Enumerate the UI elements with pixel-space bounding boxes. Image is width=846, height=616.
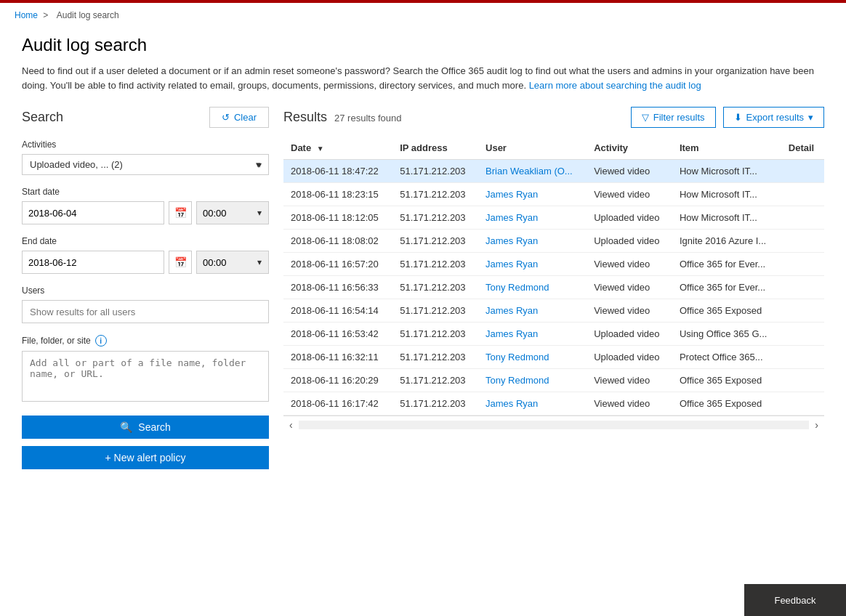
results-tbody: 2018-06-11 18:47:22 51.171.212.203 Brian… xyxy=(283,160,824,416)
scroll-right-button[interactable]: › xyxy=(809,416,824,434)
new-alert-policy-button[interactable]: + New alert policy xyxy=(22,446,269,469)
user-link[interactable]: James Ryan xyxy=(486,259,538,270)
col-activity: Activity xyxy=(587,137,672,160)
table-row[interactable]: 2018-06-11 18:23:15 51.171.212.203 James… xyxy=(283,183,824,206)
cell-item: Office 365 Exposed xyxy=(672,392,781,416)
breadcrumb-current: Audit log search xyxy=(57,10,119,20)
results-title: Results xyxy=(283,110,327,125)
cell-detail xyxy=(781,299,824,323)
end-date-input[interactable] xyxy=(22,251,164,274)
breadcrumb-home[interactable]: Home xyxy=(15,10,38,20)
cell-date: 2018-06-11 16:56:33 xyxy=(283,276,392,299)
cell-user: James Ryan xyxy=(478,299,587,323)
clear-button[interactable]: ↺ Clear xyxy=(209,107,269,128)
table-row[interactable]: 2018-06-11 18:08:02 51.171.212.203 James… xyxy=(283,230,824,253)
user-link[interactable]: Tony Redmond xyxy=(486,282,549,293)
table-row[interactable]: 2018-06-11 16:17:42 51.171.212.203 James… xyxy=(283,392,824,416)
user-link[interactable]: James Ryan xyxy=(486,328,538,339)
end-date-calendar-button[interactable]: 📅 xyxy=(169,251,192,274)
file-label-row: File, folder, or site i xyxy=(22,335,269,346)
user-link[interactable]: Brian Weakliam (O... xyxy=(486,166,573,177)
col-ip: IP address xyxy=(392,137,478,160)
users-label: Users xyxy=(22,285,269,296)
cell-user: Tony Redmond xyxy=(478,346,587,369)
cell-item: How Microsoft IT... xyxy=(672,206,781,230)
table-row[interactable]: 2018-06-11 16:57:20 51.171.212.203 James… xyxy=(283,253,824,276)
cell-item: Office 365 for Ever... xyxy=(672,253,781,276)
cell-user: James Ryan xyxy=(478,253,587,276)
users-input[interactable] xyxy=(22,300,269,323)
end-time-wrapper: 00:00 xyxy=(196,251,269,274)
cell-date: 2018-06-11 16:54:14 xyxy=(283,299,392,323)
table-row[interactable]: 2018-06-11 16:20:29 51.171.212.203 Tony … xyxy=(283,369,824,392)
cell-user: Brian Weakliam (O... xyxy=(478,160,587,183)
user-link[interactable]: Tony Redmond xyxy=(486,375,549,386)
scroll-left-button[interactable]: ‹ xyxy=(283,416,299,434)
cell-ip: 51.171.212.203 xyxy=(392,206,478,230)
cell-activity: Viewed video xyxy=(587,276,672,299)
start-date-row: 📅 00:00 xyxy=(22,201,269,224)
cell-activity: Viewed video xyxy=(587,253,672,276)
search-button[interactable]: 🔍 Search xyxy=(22,416,269,439)
cell-activity: Viewed video xyxy=(587,369,672,392)
user-link[interactable]: James Ryan xyxy=(486,189,538,200)
user-link[interactable]: James Ryan xyxy=(486,305,538,316)
scroll-track[interactable] xyxy=(299,421,810,429)
cell-ip: 51.171.212.203 xyxy=(392,346,478,369)
learn-more-link[interactable]: Learn more about searching the audit log xyxy=(529,80,701,91)
start-time-select[interactable]: 00:00 xyxy=(196,201,269,224)
cell-activity: Viewed video xyxy=(587,299,672,323)
end-time-select[interactable]: 00:00 xyxy=(196,251,269,274)
cell-date: 2018-06-11 16:57:20 xyxy=(283,253,392,276)
table-row[interactable]: 2018-06-11 16:54:14 51.171.212.203 James… xyxy=(283,299,824,323)
table-row[interactable]: 2018-06-11 18:12:05 51.171.212.203 James… xyxy=(283,206,824,230)
search-icon: 🔍 xyxy=(120,421,132,433)
calendar-icon: 📅 xyxy=(174,207,187,219)
end-date-label: End date xyxy=(22,236,269,246)
cell-detail xyxy=(781,323,824,346)
col-user: User xyxy=(478,137,587,160)
cell-detail xyxy=(781,160,824,183)
cell-item: Office 365 Exposed xyxy=(672,369,781,392)
table-row[interactable]: 2018-06-11 18:47:22 51.171.212.203 Brian… xyxy=(283,160,824,183)
user-link[interactable]: James Ryan xyxy=(486,398,538,409)
cell-user: James Ryan xyxy=(478,206,587,230)
cell-activity: Uploaded video xyxy=(587,346,672,369)
calendar-icon-2: 📅 xyxy=(174,256,187,268)
results-table: Date ▼ IP address User Activity Item Det… xyxy=(283,137,824,416)
start-date-input[interactable] xyxy=(22,201,164,224)
activities-select[interactable]: Uploaded video, ... (2) ▾ xyxy=(22,154,269,175)
cell-activity: Uploaded video xyxy=(587,206,672,230)
cell-ip: 51.171.212.203 xyxy=(392,183,478,206)
users-field: Users xyxy=(22,285,269,323)
main-content: Search ↺ Clear Activities Uploaded video… xyxy=(22,107,824,469)
table-row[interactable]: 2018-06-11 16:32:11 51.171.212.203 Tony … xyxy=(283,346,824,369)
col-item: Item xyxy=(672,137,781,160)
search-panel-header: Search ↺ Clear xyxy=(22,107,269,128)
file-label: File, folder, or site xyxy=(22,336,91,346)
col-date[interactable]: Date ▼ xyxy=(283,137,392,160)
cell-activity: Uploaded video xyxy=(587,323,672,346)
export-results-button[interactable]: ⬇ Export results ▾ xyxy=(723,107,824,128)
info-icon[interactable]: i xyxy=(95,335,107,346)
cell-date: 2018-06-11 18:23:15 xyxy=(283,183,392,206)
cell-ip: 51.171.212.203 xyxy=(392,323,478,346)
cell-ip: 51.171.212.203 xyxy=(392,392,478,416)
filter-results-button[interactable]: ▽ Filter results xyxy=(631,107,716,128)
cell-date: 2018-06-11 16:20:29 xyxy=(283,369,392,392)
cell-activity: Viewed video xyxy=(587,160,672,183)
results-title-row: Results 27 results found xyxy=(283,110,402,125)
results-panel: Results 27 results found ▽ Filter result… xyxy=(283,107,824,469)
start-date-calendar-button[interactable]: 📅 xyxy=(169,201,192,224)
user-link[interactable]: Tony Redmond xyxy=(486,352,549,362)
col-detail: Detail xyxy=(781,137,824,160)
table-row[interactable]: 2018-06-11 16:53:42 51.171.212.203 James… xyxy=(283,323,824,346)
table-row[interactable]: 2018-06-11 16:56:33 51.171.212.203 Tony … xyxy=(283,276,824,299)
cell-date: 2018-06-11 18:47:22 xyxy=(283,160,392,183)
start-date-label: Start date xyxy=(22,187,269,197)
user-link[interactable]: James Ryan xyxy=(486,212,538,223)
user-link[interactable]: James Ryan xyxy=(486,235,538,246)
cell-activity: Viewed video xyxy=(587,392,672,416)
file-textarea[interactable] xyxy=(22,351,269,402)
results-header: Results 27 results found ▽ Filter result… xyxy=(283,107,824,128)
